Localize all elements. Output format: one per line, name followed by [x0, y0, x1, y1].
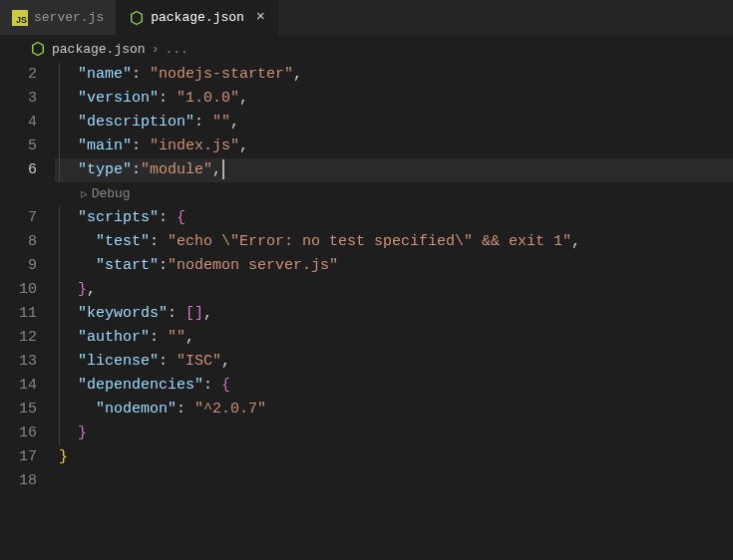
tab-package-json[interactable]: package.json × — [117, 0, 278, 35]
line-number: 4 — [0, 111, 37, 135]
breadcrumb[interactable]: package.json › ... — [0, 35, 733, 63]
line-number-gutter: 2 3 4 5 6 7 8 9 10 11 12 13 14 15 16 17 … — [0, 63, 55, 493]
line-number: 9 — [0, 254, 37, 278]
close-icon[interactable]: × — [256, 9, 265, 26]
js-icon: JS — [12, 10, 28, 26]
text-cursor — [222, 159, 224, 179]
debug-codelens[interactable]: ▷Debug — [55, 182, 733, 206]
line-number: 7 — [0, 206, 37, 230]
breadcrumb-file: package.json — [52, 42, 146, 57]
chevron-right-icon: › — [152, 42, 160, 57]
breadcrumb-ellipsis: ... — [165, 42, 187, 57]
code-line: } — [55, 445, 733, 469]
code-line: "type":"module", — [55, 158, 733, 182]
line-number: 17 — [0, 445, 37, 469]
code-line: "description": "", — [55, 111, 733, 135]
line-number: 6 — [0, 158, 37, 182]
code-line: "dependencies": { — [55, 374, 733, 398]
line-number: 8 — [0, 230, 37, 254]
code-line: "main": "index.js", — [55, 135, 733, 158]
code-line: "start":"nodemon server.js" — [55, 254, 733, 278]
line-number: 14 — [0, 374, 37, 398]
code-line: "keywords": [], — [55, 302, 733, 326]
tab-label: package.json — [151, 10, 244, 25]
play-icon: ▷ — [81, 182, 88, 206]
line-number: 3 — [0, 87, 37, 111]
code-line: "name": "nodejs-starter", — [55, 63, 733, 87]
nodejs-icon — [129, 10, 145, 26]
code-line: "scripts": { — [55, 206, 733, 230]
tab-server-js[interactable]: JS server.js — [0, 0, 117, 35]
line-number: 12 — [0, 326, 37, 350]
line-number: 11 — [0, 302, 37, 326]
line-number: 2 — [0, 63, 37, 87]
line-number: 10 — [0, 278, 37, 302]
code-line: "test": "echo \"Error: no test specified… — [55, 230, 733, 254]
code-line: }, — [55, 278, 733, 302]
code-editor[interactable]: 2 3 4 5 6 7 8 9 10 11 12 13 14 15 16 17 … — [0, 63, 733, 493]
code-line — [55, 469, 733, 493]
debug-label: Debug — [92, 182, 131, 206]
line-number: 15 — [0, 398, 37, 421]
code-line: "license": "ISC", — [55, 350, 733, 374]
code-line: } — [55, 421, 733, 445]
tab-bar: JS server.js package.json × — [0, 0, 733, 35]
line-number: 13 — [0, 350, 37, 374]
line-number: 5 — [0, 135, 37, 158]
code-area[interactable]: "name": "nodejs-starter", "version": "1.… — [55, 63, 733, 493]
nodejs-icon — [30, 41, 46, 57]
line-number: 18 — [0, 469, 37, 493]
code-line: "version": "1.0.0", — [55, 87, 733, 111]
code-line: "author": "", — [55, 326, 733, 350]
tab-label: server.js — [34, 10, 104, 25]
line-number: 16 — [0, 421, 37, 445]
code-line: "nodemon": "^2.0.7" — [55, 398, 733, 421]
